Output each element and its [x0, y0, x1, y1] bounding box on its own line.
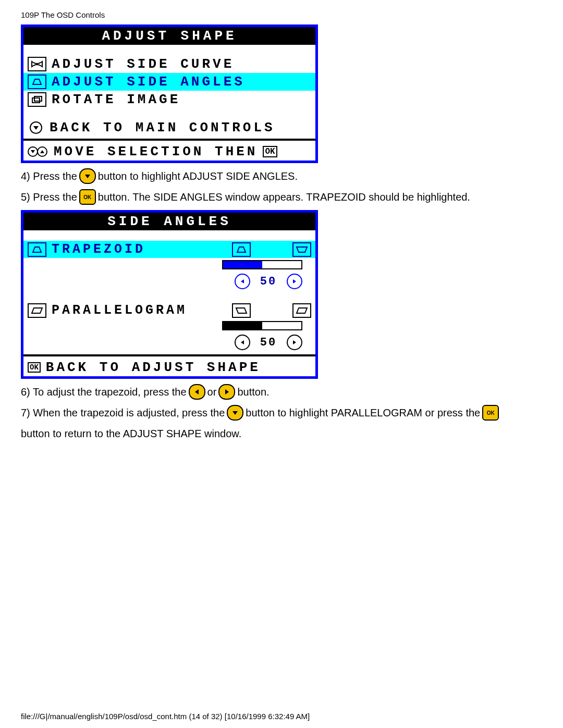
- step-4: 4) Press the button to highlight ADJUST …: [21, 168, 542, 184]
- right-arrow-icon[interactable]: [287, 335, 302, 350]
- ok-button-icon: OK: [79, 189, 96, 205]
- osd-title: ADJUST SHAPE: [23, 27, 315, 45]
- right-arrow-icon[interactable]: [287, 274, 302, 289]
- trapezoid-value: 50: [255, 275, 282, 288]
- side-curve-icon: [28, 57, 46, 71]
- ok-icon: OK: [263, 146, 277, 157]
- svg-rect-0: [32, 98, 40, 103]
- ok-icon: OK: [28, 362, 41, 373]
- osd-side-angles: SIDE ANGLES TRAPEZOID 50 PARALLELOGRAM 5…: [21, 210, 318, 379]
- down-button-icon: [79, 168, 96, 184]
- svg-rect-1: [34, 96, 42, 101]
- osd-title: SIDE ANGLES: [23, 213, 315, 230]
- menu-label: BACK TO MAIN CONTROLS: [50, 120, 275, 135]
- parallelogram-value: 50: [255, 336, 282, 349]
- row-label: TRAPEZOID: [52, 242, 227, 257]
- trap-narrow-icon: [232, 242, 251, 257]
- menu-label: ADJUST SIDE ANGLES: [52, 74, 245, 90]
- hint-label: MOVE SELECTION THEN: [54, 144, 258, 159]
- osd-adjust-shape: ADJUST SHAPE ADJUST SIDE CURVE ADJUST SI…: [21, 24, 318, 163]
- trapezoid-bar: [222, 260, 302, 269]
- menu-item-side-curve[interactable]: ADJUST SIDE CURVE: [23, 55, 315, 73]
- right-button-icon: [218, 384, 235, 400]
- menu-item-rotate[interactable]: ROTATE IMAGE: [23, 91, 315, 108]
- row-parallelogram[interactable]: PARALLELOGRAM: [23, 302, 315, 319]
- left-arrow-icon[interactable]: [235, 274, 250, 289]
- menu-item-back[interactable]: BACK TO MAIN CONTROLS: [23, 119, 315, 137]
- left-arrow-icon[interactable]: [235, 335, 250, 350]
- menu-item-back-shape[interactable]: OK BACK TO ADJUST SHAPE: [23, 359, 315, 376]
- parallelogram-icon: [28, 303, 46, 318]
- menu-label: BACK TO ADJUST SHAPE: [46, 360, 261, 375]
- parallelogram-value-row: 50: [23, 332, 315, 352]
- step-7: 7) When the trapezoid is adjusted, press…: [21, 405, 542, 421]
- menu-item-side-angles[interactable]: ADJUST SIDE ANGLES: [23, 73, 315, 91]
- page-header: 109P The OSD Controls: [21, 10, 542, 19]
- updown-icon: [28, 145, 48, 158]
- step-6: 6) To adjust the trapezoid, press the or…: [21, 384, 542, 400]
- down-button-icon: [227, 405, 243, 421]
- menu-hint: MOVE SELECTION THEN OK: [23, 143, 315, 161]
- menu-label: ROTATE IMAGE: [52, 92, 180, 107]
- ok-button-icon: OK: [482, 405, 499, 421]
- trap-wide-icon: [292, 242, 311, 257]
- row-label: PARALLELOGRAM: [52, 303, 227, 318]
- para-left-icon: [232, 303, 251, 318]
- rotate-icon: [28, 92, 46, 107]
- trapezoid-value-row: 50: [23, 272, 315, 291]
- left-button-icon: [189, 384, 205, 400]
- down-circle-icon: [28, 121, 44, 134]
- side-angles-icon: [28, 75, 46, 89]
- step-7-cont: button to return to the ADJUST SHAPE win…: [21, 426, 542, 441]
- trapezoid-icon: [28, 242, 46, 257]
- step-5: 5) Press the OK button. The SIDE ANGLES …: [21, 189, 542, 205]
- para-right-icon: [292, 303, 311, 318]
- parallelogram-bar: [222, 321, 302, 330]
- row-trapezoid[interactable]: TRAPEZOID: [23, 241, 315, 258]
- menu-label: ADJUST SIDE CURVE: [52, 56, 234, 72]
